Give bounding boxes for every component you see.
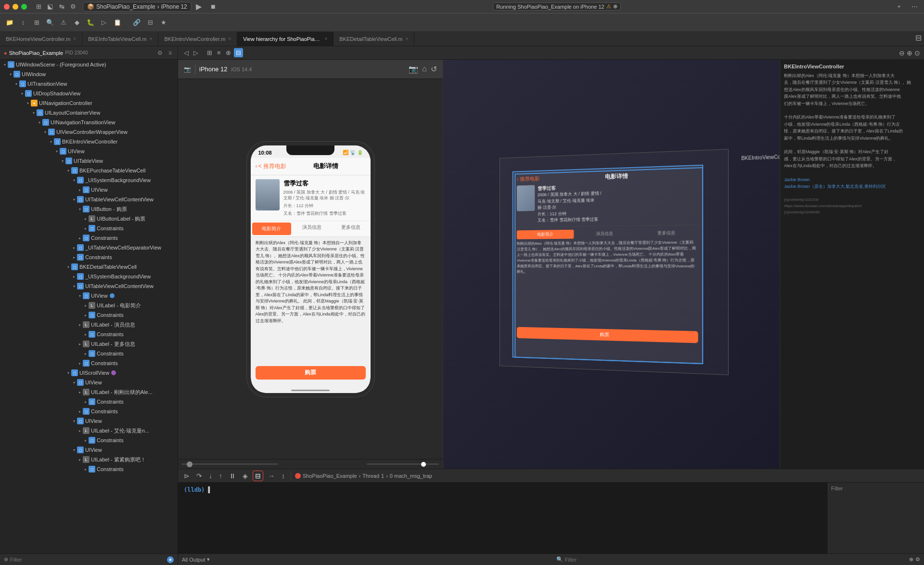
expand-arrow[interactable]: ▸: [77, 409, 83, 414]
tab-actors[interactable]: 演员信息: [293, 221, 332, 237]
tree-item-uiscrollview[interactable]: ▾ ◻ UIScrollView: [0, 368, 178, 378]
output-selector[interactable]: All Output ▾: [182, 556, 210, 563]
tab-detail-close[interactable]: ×: [406, 36, 409, 41]
zoom-in-icon[interactable]: ⊕: [907, 49, 912, 57]
nav-settings-icon[interactable]: ⚙: [155, 49, 165, 57]
continue-icon[interactable]: ⊳: [182, 471, 192, 481]
tree-item-constraints5[interactable]: ▸ ◻ Constraints: [0, 329, 178, 339]
share-icon[interactable]: +: [893, 1, 905, 13]
debug-active-icon[interactable]: ⊟: [253, 471, 263, 481]
list-icon[interactable]: ≡: [215, 48, 223, 57]
expand-arrow[interactable]: ▸: [83, 217, 89, 221]
zoom-slider-track[interactable]: [367, 463, 439, 465]
tree-item-sysbg1[interactable]: ▾ ◻ _UISystemBackgroundView: [0, 175, 178, 185]
expand-arrow[interactable]: ▾: [65, 371, 71, 375]
tab-intro-movie[interactable]: 电影简介: [252, 223, 291, 235]
expand-arrow[interactable]: ▾: [48, 140, 54, 144]
tree-item-uiview-badge[interactable]: ▾ ◻ UIView: [0, 291, 178, 301]
expand-arrow[interactable]: ▾: [13, 82, 19, 86]
step-over-icon[interactable]: ↷: [194, 471, 204, 481]
window-controls[interactable]: [4, 4, 27, 10]
expand-arrow[interactable]: ▸: [83, 313, 89, 317]
tree-item-uilabel-ailan[interactable]: ▸ L UILabel - 艾伦·瑞克曼n...: [0, 426, 178, 435]
tree-item-uilabel-alex[interactable]: ▸ L UILabel - 刚刚出狱的Ale...: [0, 387, 178, 397]
search-icon[interactable]: 🔍: [44, 17, 56, 28]
tree-item-uilayoutcontainer[interactable]: ▾ ◻ UILayoutContainerView: [0, 108, 178, 118]
copy-icon[interactable]: ⊕: [224, 48, 233, 57]
tree-item-cellcontent1[interactable]: ▾ ◻ UITableViewCellContentView: [0, 195, 178, 204]
sidebar-toggle-icon[interactable]: ⊞: [33, 1, 44, 13]
expand-arrow[interactable]: ▸: [77, 458, 83, 462]
tab-home[interactable]: BKEHomeViewController.m ×: [0, 32, 82, 46]
debug-nav-icon[interactable]: 🐛: [85, 17, 96, 28]
expand-arrow[interactable]: ▾: [2, 63, 8, 67]
minimize-button[interactable]: [13, 4, 18, 10]
tree-item-uiview1[interactable]: ▾ ◻ UIView: [0, 146, 178, 156]
nav-back-icon[interactable]: ◁: [182, 48, 191, 57]
camera-icon[interactable]: 📷: [184, 66, 191, 73]
expand-arrow[interactable]: ▸: [77, 390, 83, 394]
zoom-out-icon[interactable]: ⊖: [899, 49, 905, 57]
expand-arrow[interactable]: ▸: [83, 352, 89, 356]
debug-icon[interactable]: ⚙: [67, 1, 79, 13]
tab-more[interactable]: 更多信息: [332, 221, 371, 237]
expand-arrow[interactable]: ▸: [77, 342, 83, 346]
expand-arrow[interactable]: ▾: [77, 207, 83, 211]
tab-intro[interactable]: BKEIntroViewController.m ×: [158, 32, 237, 46]
expand-arrow[interactable]: ▾: [71, 284, 77, 289]
tree-item-uiview4[interactable]: ▾ ◻ UIView: [0, 416, 178, 426]
source-control-icon[interactable]: ↕: [17, 17, 29, 28]
tree-item-uilabel-more[interactable]: ▸ L UILabel - 更多信息: [0, 339, 178, 349]
step-out-icon[interactable]: ↑: [217, 471, 224, 481]
tree-item-constraints10[interactable]: ▸ ◻ Constraints: [0, 435, 178, 445]
tab-intro-close[interactable]: ×: [228, 36, 231, 41]
symbol-nav-icon[interactable]: ⊞: [31, 17, 42, 28]
rotate-icon[interactable]: ↺: [431, 65, 437, 74]
tree-item-sysbg2[interactable]: ▸ ◻ _UISystemBackgroundView: [0, 272, 178, 281]
expand-arrow[interactable]: ▾: [65, 265, 71, 269]
report-icon[interactable]: 📋: [112, 17, 123, 28]
filter-input[interactable]: [10, 557, 165, 563]
tree-item-constraints8[interactable]: ▸ ◻ Constraints: [0, 397, 178, 407]
expand-arrow[interactable]: ▾: [60, 159, 65, 163]
tree-item-separator[interactable]: ▸ ◻ _UITableViewCellSeparatorView: [0, 243, 178, 252]
tree-item-uibutton-ticket[interactable]: ▾ ◻ UIButton - 购票: [0, 204, 178, 214]
layer-stack[interactable]: BKEIntroViewController ‹ 推荐电影 电影详情: [479, 144, 744, 385]
close-button[interactable]: [4, 4, 10, 10]
nav-fwd-icon[interactable]: ▷: [192, 48, 200, 57]
stop-button[interactable]: ■: [206, 1, 220, 13]
zoom-fit-icon[interactable]: ⊙: [914, 49, 920, 57]
memory-icon[interactable]: ↕: [280, 471, 287, 481]
tree-item-uiview3[interactable]: ▾ ◻ UIView: [0, 378, 178, 387]
breakpoint-icon[interactable]: ▷: [98, 17, 110, 28]
tree-item-uinavtransition[interactable]: ▾ ◻ UINavigationTransitionView: [0, 118, 178, 127]
expand-arrow[interactable]: ▾: [31, 111, 37, 115]
console-filter-input[interactable]: [565, 557, 907, 563]
hierarchy-icon[interactable]: ⊟: [144, 17, 156, 28]
expand-arrow[interactable]: ▸: [83, 438, 89, 443]
tree-item-constraints2[interactable]: ▸ ◻ Constraints: [0, 233, 178, 243]
debug-console[interactable]: (lldb) ▌: [178, 483, 828, 553]
expand-arrow[interactable]: ▾: [37, 120, 42, 125]
depth-slider-track[interactable]: [182, 463, 278, 465]
pause-icon[interactable]: ⏸: [227, 471, 238, 481]
expand-arrow[interactable]: ▸: [83, 303, 89, 308]
tree-item-uitransitionview[interactable]: ▾ ◻ UITransitionView: [0, 79, 178, 89]
tree-item-uiwindow[interactable]: ▾ ◻ UIWindow: [0, 69, 178, 79]
expand-arrow[interactable]: ▾: [71, 448, 77, 452]
expand-arrow[interactable]: ▾: [71, 419, 77, 423]
tab-hierarchy[interactable]: View hierarchy for ShoPiaoPiao_Example ×: [237, 32, 334, 46]
run-button[interactable]: ▶: [192, 1, 206, 13]
expand-arrow[interactable]: ▾: [42, 130, 48, 134]
expand-arrow[interactable]: ▸: [83, 332, 89, 337]
bookmark-icon[interactable]: ★: [158, 17, 169, 28]
tab-info[interactable]: BKEInfoTableViewCell.m ×: [82, 32, 158, 46]
tree-item-bkeintro[interactable]: ▾ ◻ BKEIntroViewController: [0, 137, 178, 146]
link-icon[interactable]: 🔗: [131, 17, 142, 28]
tree-item-cellcontent2[interactable]: ▾ ◻ UITableViewCellContentView: [0, 281, 178, 291]
test-icon[interactable]: ◆: [71, 17, 83, 28]
tree-item-constraints7[interactable]: ▸ ◻ Constraints: [0, 358, 178, 368]
tree-item-constraints11[interactable]: ▸ ◻ Constraints: [0, 464, 178, 474]
split-editor-icon[interactable]: ⊟: [912, 32, 924, 43]
tree-item-constraints6[interactable]: ▸ ◻ Constraints: [0, 349, 178, 358]
